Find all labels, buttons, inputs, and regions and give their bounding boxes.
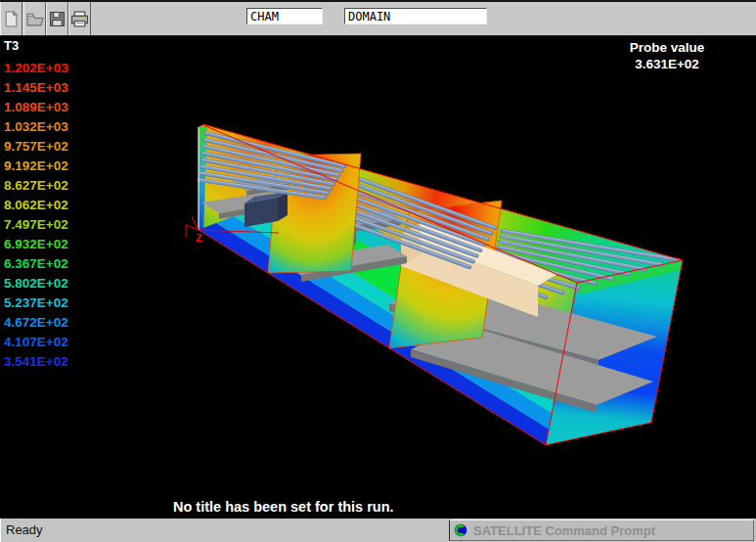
printer-icon: [70, 11, 89, 27]
probe-label: Probe value: [603, 39, 731, 56]
legend-entry: 7.497E+02: [4, 215, 111, 235]
contour-legend: T3 1.202E+031.145E+031.089E+031.032E+039…: [4, 38, 111, 372]
app-window: Z T3 1.202E+031.145E+031.089E+031.032E+0…: [0, 0, 756, 542]
legend-entry: 9.757E+02: [4, 137, 111, 157]
new-document-button[interactable]: [0, 2, 22, 35]
legend-entry: 8.627E+02: [4, 176, 111, 196]
legend-scale: 1.202E+031.145E+031.089E+031.032E+039.75…: [4, 59, 111, 372]
run-title-caption: No title has been set for this run.: [173, 499, 394, 515]
toolbar: [0, 0, 756, 36]
legend-entry: 5.802E+02: [4, 274, 111, 294]
new-document-icon: [3, 11, 20, 27]
legend-entry: 8.062E+02: [4, 196, 111, 215]
graphics-viewport: Z T3 1.202E+031.145E+031.089E+031.032E+0…: [0, 36, 756, 519]
open-file-button[interactable]: [23, 2, 46, 35]
status-bar: Ready SATELLITE Command Prompt: [0, 519, 756, 542]
save-button[interactable]: [46, 2, 68, 35]
domain-field[interactable]: [344, 8, 487, 24]
cfd-3d-scene[interactable]: Z: [0, 36, 756, 519]
probe-readout: Probe value 3.631E+02: [603, 39, 731, 73]
legend-entry: 6.932E+02: [4, 235, 111, 254]
z-axis-label: Z: [196, 232, 202, 244]
open-folder-icon: [26, 11, 44, 27]
legend-entry: 9.192E+02: [4, 157, 111, 176]
legend-entry: 3.541E+02: [4, 352, 111, 372]
save-floppy-icon: [49, 11, 66, 27]
satellite-prompt-label: SATELLITE Command Prompt: [473, 523, 655, 538]
legend-entry: 1.032E+03: [4, 117, 111, 137]
legend-entry: 5.237E+02: [4, 294, 111, 313]
satellite-app-icon: [453, 522, 468, 538]
legend-entry: 6.367E+02: [4, 254, 111, 274]
legend-variable-name: T3: [4, 38, 111, 59]
legend-entry: 4.672E+02: [4, 313, 111, 333]
cham-field[interactable]: [246, 8, 323, 24]
print-button[interactable]: [68, 2, 91, 35]
status-text: Ready: [6, 522, 43, 537]
satellite-command-prompt-button[interactable]: SATELLITE Command Prompt: [449, 519, 754, 541]
legend-entry: 1.089E+03: [4, 98, 111, 117]
legend-entry: 1.202E+03: [4, 59, 111, 78]
probe-value: 3.631E+02: [603, 56, 731, 73]
legend-entry: 1.145E+03: [4, 78, 111, 98]
legend-entry: 4.107E+02: [4, 333, 111, 352]
